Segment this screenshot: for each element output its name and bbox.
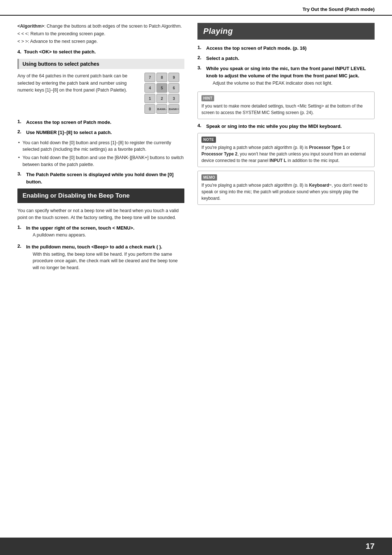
playing-step-3: 3. While you speak or sing into the mic,… [197,65,375,89]
step-using-3: 3. The Patch Palette screen is displayed… [17,171,184,186]
memo-text: If you're playing a patch whose patch al… [201,183,367,201]
playing-step-3-sub: Adjust the volume so that the PEAK indic… [206,80,375,87]
patch-btn-4[interactable]: 4 [144,83,155,93]
beep-step-1-num: 1. [17,224,24,230]
patch-btn-7[interactable]: 7 [144,73,155,82]
patch-btn-9[interactable]: 9 [168,73,179,82]
patch-btn-8[interactable]: 8 [156,73,167,82]
memo-label: MEMO [201,174,217,181]
algo-line-1: <Algorithm>: Change the buttons at both … [17,23,184,30]
step-4-label: 4. Touch <OK> to select the patch. [17,49,96,54]
playing-step-4-text: Speak or sing into the mic while you pla… [206,123,375,130]
beep-step-1-text: In the upper right of the screen, touch … [26,225,134,231]
memo-box: MEMO If you're playing a patch whose pat… [197,171,375,205]
header-title: Try Out the Sound (Patch mode) [302,7,375,12]
beep-step-2: 2. In the pulldown menu, touch <Beep> to… [17,243,184,273]
step-using-3-text: The Patch Palette screen is displayed wh… [26,171,184,186]
patch-btn-bank-minus[interactable]: BANK- [156,104,167,114]
hint-box: HINT If you want to make more detailed s… [197,92,375,119]
patch-btn-2[interactable]: 2 [156,94,167,103]
beep-heading: Enabling or Disabling the Beep Tone [17,189,184,203]
patch-btn-1[interactable]: 1 [144,94,155,103]
playing-step-2: 2. Select a patch. [197,55,375,62]
using-buttons-inner: Any of the 64 patches in the current pat… [17,73,184,115]
bullet-list: You can hold down the [0] button and pre… [17,139,184,168]
using-text: Any of the 64 patches in the current pat… [17,73,139,115]
patch-btn-bank-plus[interactable]: BANK+ [168,104,179,114]
step-using-2-num: 2. [17,129,24,134]
page-number: 17 [366,542,375,551]
playing-heading-text: Playing [203,27,233,36]
page-wrapper: Try Out the Sound (Patch mode) <Algorith… [0,0,392,555]
playing-heading: Playing [197,23,375,40]
beep-step-1: 1. In the upper right of the screen, tou… [17,224,184,241]
note-box: NOTE If you're playing a patch whose pat… [197,133,375,167]
algo-text: <Algorithm>: Change the buttons at both … [17,23,184,45]
patch-btn-0[interactable]: 0 [144,104,155,114]
hint-label: HINT [201,95,214,101]
beep-heading-text: Enabling or Disabling the Beep Tone [23,192,130,199]
playing-step-3-num: 3. [197,65,204,70]
bullet-1: You can hold down the [0] button and pre… [17,139,184,153]
playing-step-4-num: 4. [197,123,204,128]
step-using-1-num: 1. [17,119,24,124]
left-column: <Algorithm>: Change the buttons at both … [17,23,184,276]
top-header: Try Out the Sound (Patch mode) [0,0,392,16]
columns: <Algorithm>: Change the buttons at both … [0,16,392,284]
using-buttons-body: Any of the 64 patches in the current pat… [17,73,139,94]
right-column: Playing 1. Access the top screen of Patc… [197,23,375,276]
beep-step-2-num: 2. [17,243,24,249]
playing-step-1-num: 1. [197,45,204,50]
beep-step-1-sub: A pulldown menu appears. [26,232,184,239]
note-label: NOTE [201,137,216,143]
playing-step-3-text: While you speak or sing into the mic, tu… [206,66,366,78]
beep-step-2-sub: With this setting, the beep tone will be… [26,251,184,271]
algo-line-3: < > >: Advance to the next screen page. [17,38,184,45]
patch-grid: 7 8 9 4 5 6 1 2 3 0 BANK- BAN [144,73,184,114]
note-text: If you're playing a patch whose patch al… [201,145,366,163]
beep-step-2-text: In the pulldown menu, touch <Beep> to ad… [26,244,162,250]
playing-step-1-text: Access the top screen of Patch mode. (p.… [206,45,375,52]
playing-step-4: 4. Speak or sing into the mic while you … [197,123,375,130]
step-4: 4. Touch <OK> to select the patch. [17,49,184,54]
bullet-2: You can hold down the [0] button and use… [17,154,184,168]
beep-body: You can specify whether or not a beep to… [17,207,184,222]
playing-step-2-text: Select a patch. [206,55,375,62]
using-buttons-heading: Using buttons to select patches [17,59,184,69]
step-using-3-num: 3. [17,171,24,177]
patch-btn-6[interactable]: 6 [168,83,179,93]
algo-line-2: < < <: Return to the preceding screen pa… [17,31,184,37]
bottom-bar: 17 [0,538,392,555]
playing-step-1: 1. Access the top screen of Patch mode. … [197,45,375,52]
patch-btn-5[interactable]: 5 [156,83,167,93]
step-using-1-text: Access the top screen of Patch mode. [26,119,184,126]
hint-text: If you want to make more detailed settin… [201,104,363,115]
patch-btn-3[interactable]: 3 [168,94,179,103]
patch-palette-image: 7 8 9 4 5 6 1 2 3 0 BANK- BAN [144,73,184,115]
step-using-2: 2. Use NUMBER [1]–[8] to select a patch. [17,129,184,136]
step-using-1: 1. Access the top screen of Patch mode. [17,119,184,126]
playing-step-2-num: 2. [197,55,204,60]
step-using-2-text: Use NUMBER [1]–[8] to select a patch. [26,129,184,136]
